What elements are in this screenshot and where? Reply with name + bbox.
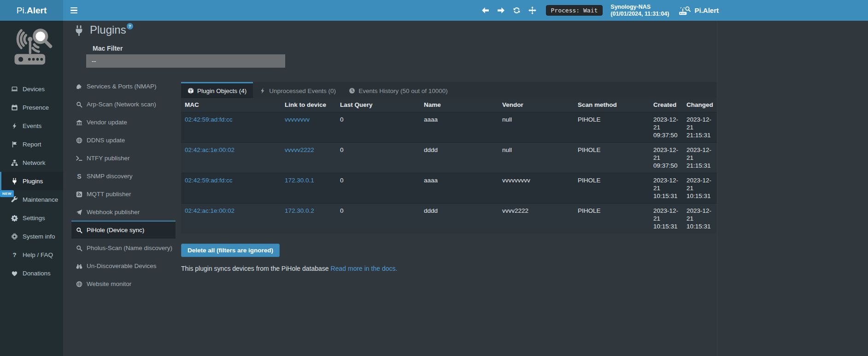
vendor-value: vvvv2222: [499, 203, 574, 233]
name-value: aaaa: [420, 112, 499, 142]
plugin-nav-item-ddns-update[interactable]: DDNS update: [71, 131, 176, 149]
sidebar-item-label: Donations: [23, 270, 51, 277]
plugin-nav-item-services-ports[interactable]: Services & Ports (NMAP): [71, 77, 176, 95]
col-header-vendor: Vendor: [499, 98, 574, 112]
plugin-panel: Plugin Objects (4) Unprocessed Events (0…: [181, 82, 717, 272]
brand-prefix: Pi.: [17, 6, 27, 16]
sidebar-item-presence[interactable]: Presence: [0, 98, 63, 117]
refresh-icon[interactable]: [513, 6, 521, 14]
plugin-nav: Services & Ports (NMAP) Arp-Scan (Networ…: [71, 77, 176, 292]
read-docs-link[interactable]: Read more in the docs.: [331, 265, 398, 272]
device-link[interactable]: vvvvvvvv: [285, 116, 310, 123]
mac-link[interactable]: 02:42:59:ad:fd:cc: [185, 177, 233, 184]
sidebar-item-report[interactable]: Report: [0, 135, 63, 153]
tab-bar: Plugin Objects (4) Unprocessed Events (0…: [181, 82, 717, 98]
col-header-link-to-device: Link to device: [281, 98, 336, 112]
sidebar-item-devices[interactable]: Devices: [0, 80, 63, 98]
mac-filter-input[interactable]: [86, 54, 285, 68]
satellite-dish-icon: [76, 83, 82, 90]
col-header-changed: Changed: [683, 98, 717, 112]
plugin-objects-table: MAC Link to device Last Query Name Vendo…: [181, 98, 717, 233]
changed-value: 2023-12-21 21:15:31: [683, 112, 717, 142]
tab-plugin-objects[interactable]: Plugin Objects (4): [181, 82, 253, 98]
new-badge: NEW: [0, 190, 14, 197]
search-icon: [76, 227, 82, 233]
sitemap-icon: [11, 159, 18, 166]
process-status-badge: Process: Wait: [546, 5, 603, 16]
paper-plane-icon: [76, 209, 82, 216]
plugin-nav-label: Website monitor: [87, 280, 131, 287]
nav-forward-icon[interactable]: [497, 6, 505, 14]
sidebar-item-settings[interactable]: Settings: [0, 209, 63, 227]
created-value: 2023-12-21 09:37:50: [650, 142, 683, 173]
plugin-nav-label: Arp-Scan (Network scan): [87, 101, 156, 108]
question-icon: [11, 251, 18, 258]
bolt-icon: [259, 88, 266, 94]
scan-method-value: PIHOLE: [574, 203, 650, 233]
sidebar-item-label: System info: [23, 233, 55, 240]
name-value: dddd: [420, 142, 499, 173]
plugin-nav-item-arp-scan[interactable]: Arp-Scan (Network scan): [71, 95, 176, 113]
sidebar-item-label: Presence: [23, 104, 49, 111]
col-header-mac: MAC: [181, 98, 281, 112]
sidebar-item-label: Help / FAQ: [23, 251, 53, 258]
tab-unprocessed-events[interactable]: Unprocessed Events (0): [253, 82, 342, 98]
plugin-nav-item-mqtt-publisher[interactable]: MQTT publisher: [71, 185, 176, 203]
cube-icon: [188, 88, 194, 94]
delete-all-button[interactable]: Delete all (filters are ignored): [181, 244, 280, 257]
table-row: 02:42:59:ad:fd:cc vvvvvvvv 0 aaaa null P…: [181, 112, 717, 142]
device-link[interactable]: vvvvv2222: [285, 146, 314, 153]
plugin-nav-item-website-monitor[interactable]: Website monitor: [71, 274, 176, 292]
mac-link[interactable]: 02:42:ac:1e:00:02: [185, 207, 235, 214]
sidebar-item-donations[interactable]: Donations: [0, 264, 63, 282]
plugin-nav-label: Un-Discoverable Devices: [87, 263, 157, 269]
plugin-nav-label: PiHole (Device sync): [87, 227, 144, 233]
tab-label: Plugin Objects (4): [197, 88, 246, 94]
name-value: dddd: [420, 203, 499, 233]
app-identity: Pi.Alert: [679, 6, 719, 15]
plugin-nav-label: DDNS update: [87, 137, 125, 144]
move-icon[interactable]: [528, 6, 536, 14]
brand-logo[interactable]: Pi.Alert: [0, 0, 63, 21]
plugin-nav-item-un-discoverable-devices[interactable]: Un-Discoverable Devices: [71, 257, 176, 274]
sidebar-item-plugins[interactable]: Plugins: [0, 172, 63, 190]
plugin-nav-item-ntfy-publisher[interactable]: NTFY publisher: [71, 149, 176, 167]
mac-link[interactable]: 02:42:ac:1e:00:02: [185, 146, 235, 153]
sidebar-item-label: Events: [23, 123, 41, 129]
plugin-nav-item-vendor-update[interactable]: Vendor update: [71, 113, 176, 131]
help-badge-icon[interactable]: ?: [127, 23, 133, 29]
router-icon: [679, 6, 691, 15]
content-area: Plugins? Mac Filter Services & Ports (NM…: [63, 21, 868, 356]
last-query-value: 0: [336, 173, 420, 203]
search-icon: [76, 101, 82, 108]
bank-icon: [76, 119, 82, 126]
host-info: Synology-NAS (01/01/2024, 11:31:04): [610, 4, 669, 18]
laptop-icon: [11, 86, 18, 93]
gear-icon: [11, 215, 18, 222]
tab-events-history[interactable]: Events History (50 out of 10000): [342, 82, 454, 98]
col-header-last-query: Last Query: [336, 98, 420, 112]
plugin-nav-item-pholus-scan[interactable]: Pholus-Scan (Name discovery): [71, 239, 176, 257]
app-name: Pi.Alert: [694, 6, 719, 14]
chip-icon: [11, 233, 18, 240]
content-right-edge: [717, 21, 717, 356]
sidebar-item-system-info[interactable]: System info: [0, 227, 63, 245]
sidebar-toggle-button[interactable]: [63, 0, 84, 21]
plugin-nav-item-webhook-publisher[interactable]: Webhook publisher: [71, 203, 176, 221]
plugin-nav-item-snmp-discovery[interactable]: SSNMP discovery: [71, 167, 176, 185]
device-link[interactable]: 172.30.0.1: [285, 177, 314, 184]
nav-back-icon[interactable]: [481, 6, 489, 14]
plugin-nav-label: NTFY publisher: [87, 155, 130, 162]
terminal-icon: [76, 155, 82, 162]
plugin-description: This plugin syncs devices from the PiHol…: [181, 265, 717, 272]
tab-label: Events History (50 out of 10000): [358, 88, 448, 94]
sidebar-item-help-faq[interactable]: Help / FAQ: [0, 245, 63, 264]
mac-link[interactable]: 02:42:59:ad:fd:cc: [185, 116, 233, 123]
device-link[interactable]: 172.30.0.2: [285, 207, 314, 214]
plugin-nav-item-pihole-device-sync[interactable]: PiHole (Device sync): [71, 221, 176, 239]
table-row: 02:42:59:ad:fd:cc 172.30.0.1 0 aaaa vvvv…: [181, 173, 717, 203]
name-value: aaaa: [420, 173, 499, 203]
sidebar-item-events[interactable]: Events: [0, 117, 63, 135]
rss-square-icon: [76, 191, 82, 198]
sidebar-item-network[interactable]: Network: [0, 153, 63, 172]
